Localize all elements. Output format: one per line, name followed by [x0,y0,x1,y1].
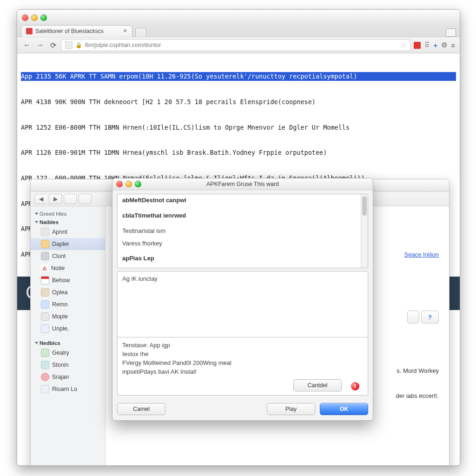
sidebar-section[interactable]: Naibles [31,218,105,226]
cancel-button[interactable]: Camel [117,403,165,415]
close-icon[interactable] [22,14,28,21]
address-bar[interactable]: 🔒 lbn/joipie.cophtan.com/duntor ☆ [61,39,411,51]
inner-toolbar-button[interactable] [79,194,92,204]
help-button[interactable]: ? [421,311,439,324]
back-button[interactable]: ← [22,41,32,49]
sidebar-item-label: Gealry [52,350,69,356]
new-tab-button[interactable] [135,28,146,37]
cancel-inline-button[interactable]: Cantdel [293,379,342,391]
window-mode-button[interactable] [446,28,456,37]
globe-icon [41,324,49,333]
list-item[interactable]: apPias Lep [118,252,368,265]
sidebar-item[interactable]: Mople [31,311,105,323]
minimize-icon[interactable] [31,14,38,21]
sidebar-item-label: Stonin [52,362,68,368]
plus-icon[interactable]: + [433,41,437,49]
scrollbar-thumb[interactable] [362,196,367,216]
log-line: APR 4138 90K 900N TTH dekneoort [H2 1 20… [21,98,456,106]
extension-icon[interactable] [414,42,421,49]
inner-forward-button[interactable]: ▶ [49,194,62,204]
sidebar-item[interactable]: Srajan [31,371,105,383]
ok-button[interactable]: OK [320,403,368,415]
option-list[interactable]: abMeftDestnot canpwi cblaTtimethat ienrw… [117,194,368,268]
redcir-icon [41,373,49,381]
list-item[interactable]: cblaTtimethat ienrwed [118,210,368,222]
error-icon: ! [351,382,359,390]
inner-toolbar-button[interactable] [64,194,77,204]
sidebar-item[interactable]: Remn [31,298,105,311]
tab-favicon [26,28,33,34]
text-input[interactable]: Ag iK iunctay [117,271,368,340]
sidebar-item[interactable]: Apnnt [31,226,105,238]
blue-icon [41,300,49,309]
list-item[interactable]: Varess fhorkey [118,238,368,250]
link-seace-inilion[interactable]: Seace Inilion [404,251,439,258]
gear-icon[interactable]: ⚙ [441,41,447,49]
folder-icon [41,240,49,248]
tab-title: Satelitioner of Bluestackscs [35,28,104,34]
reload-button[interactable]: ⟳ [48,41,58,50]
menu-icon[interactable]: ≡ [451,41,455,49]
toolbar-small-button[interactable] [407,311,419,324]
forward-button[interactable]: → [35,41,45,49]
zoom-icon[interactable] [135,181,141,187]
body-text: s. Mord Workey [397,367,439,374]
sidebar-item[interactable]: ⚠Noite [31,262,105,274]
puzzle-icon[interactable]: ⠿ [424,41,430,49]
sidebar-item[interactable]: Unple, [31,323,105,335]
sidebar-item-label: Noite [51,265,65,271]
chevron-down-icon [35,221,39,224]
list-item[interactable]: abMeftDestnot canpwi [118,194,368,207]
dialog-titlebar: APKFarem Gruse This ward [112,178,373,190]
play-button[interactable]: Play [267,403,315,415]
zoom-icon[interactable] [40,14,47,21]
sidebar-item[interactable]: Oplea [31,286,105,298]
sidebar-item[interactable]: Dapler [31,238,105,250]
scrollbar[interactable] [361,194,368,268]
minimize-icon[interactable] [126,181,132,187]
sidebar-section-label: Greed Hles [40,211,66,217]
sidebar-item-label: Apnnt [52,229,67,235]
warn-icon: ⚠ [41,264,48,272]
lock-icon: 🔒 [75,42,82,48]
cal-icon [41,276,49,284]
log-line: APR 1252 E06-800M TTH 1BMN Hrnen(:10Ile(… [21,123,456,132]
green-icon [41,349,49,357]
page-content: App 2135 56K APRK TT SAMN erpom(10H 11.2… [17,53,460,466]
list-icon [41,385,49,393]
detail-line: FVergy Mollteined Pand0l 200Wing meal [122,359,363,368]
sidebar-item[interactable]: Gealry [31,347,105,359]
dialog-body: abMeftDestnot canpwi cblaTtimethat ienrw… [112,190,373,421]
sidebar-item-label: Dapler [52,241,69,247]
log-line[interactable]: App 2135 56K APRK TT SAMN erpom(10H 11.2… [21,72,456,80]
sidebar-section[interactable]: Nedbics [31,338,105,347]
bookmark-star-icon[interactable]: ☆ [401,41,407,49]
close-tab-icon[interactable]: × [122,28,128,34]
sidebar-item-label: Remn [52,301,67,308]
site-identity-icon[interactable] [65,41,73,49]
dialog-button-row: Camel Play OK [117,403,368,415]
sidebar-item[interactable]: Behow [31,274,105,286]
sidebar: Greed Hles Naibles ApnntDaplerClunt⚠Noit… [31,206,106,466]
body-text: der iabs eccert!. [396,392,439,399]
browser-window: Satelitioner of Bluestackscs × ← → ⟳ 🔒 l… [17,9,460,466]
modal-dialog: APKFarem Gruse This ward abMeftDestnot c… [112,178,373,421]
gray-icon [41,252,49,260]
inner-back-button[interactable]: ◀ [34,194,47,204]
details-pane: Tenstase: App igp Iestox Ihe FVergy Moll… [117,337,368,396]
sidebar-section-label: Naibles [40,219,59,225]
sidebar-item-label: Riuarn Lo [52,386,77,392]
sidebar-item-label: Behow [52,277,70,284]
browser-toolbar: ← → ⟳ 🔒 lbn/joipie.cophtan.com/duntor ☆ … [17,37,460,53]
dialog-title: APKFarem Gruse This ward [206,181,279,187]
sidebar-item-label: Clunt [52,253,66,259]
sidebar-item[interactable]: Riuarn Lo [31,383,105,395]
sidebar-item[interactable]: Stonin [31,359,105,371]
list-item[interactable]: Testtnaristal ism [118,225,368,238]
browser-tab-active[interactable]: Satelitioner of Bluestackscs × [21,25,132,37]
sidebar-item-label: Unple, [52,325,69,332]
close-icon[interactable] [116,181,123,187]
sidebar-section[interactable]: Greed Hles [31,209,105,218]
box-icon [41,228,49,236]
sidebar-item[interactable]: Clunt [31,250,105,262]
